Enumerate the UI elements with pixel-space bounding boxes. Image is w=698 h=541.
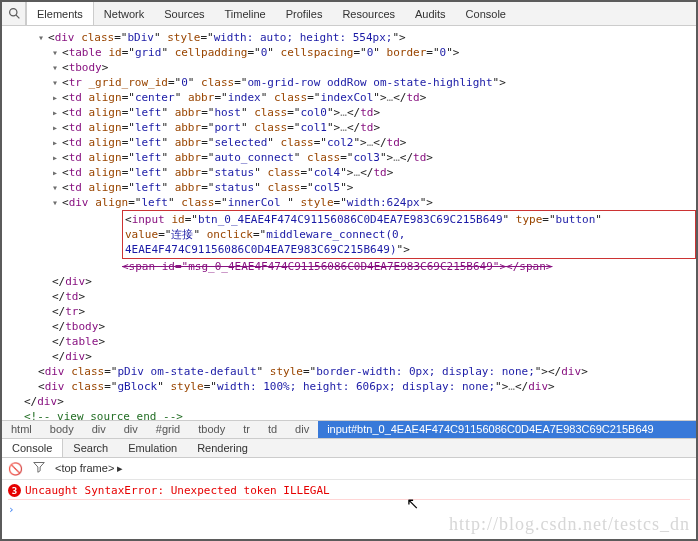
expand-toggle[interactable]	[52, 135, 62, 150]
dom-node[interactable]: <td align="center" abbr="index" class="i…	[62, 91, 426, 104]
expand-toggle[interactable]	[52, 180, 62, 195]
expand-toggle[interactable]	[52, 195, 62, 210]
selected-node-highlight[interactable]: <input id="btn_0_4EAE4F474C91156086C0D4E…	[122, 210, 696, 259]
console-input[interactable]	[19, 502, 690, 517]
crumb-div[interactable]: div	[115, 421, 147, 438]
crumb-tbody[interactable]: tbody	[189, 421, 234, 438]
dom-comment[interactable]: <!-- view source end -->	[24, 410, 183, 420]
console-drawer-tabs: Console Search Emulation Rendering	[2, 438, 696, 458]
elements-tree[interactable]: <div class="bDiv" style="width: auto; he…	[2, 26, 696, 420]
crumb-div[interactable]: div	[83, 421, 115, 438]
breadcrumb: html body div div #grid tbody tr td div …	[2, 420, 696, 438]
expand-toggle[interactable]	[52, 45, 62, 60]
drawer-tab-emulation[interactable]: Emulation	[118, 439, 187, 457]
expand-toggle[interactable]	[52, 150, 62, 165]
dom-node[interactable]: <td align="left" abbr="auto_connect" cla…	[62, 151, 433, 164]
tab-sources[interactable]: Sources	[154, 2, 214, 25]
dom-node[interactable]: <td align="left" abbr="status" class="co…	[62, 166, 393, 179]
dom-node[interactable]: </div>	[52, 275, 92, 288]
dom-node[interactable]: </tr>	[52, 305, 85, 318]
tab-audits[interactable]: Audits	[405, 2, 456, 25]
error-count-badge: 3	[8, 484, 21, 497]
expand-toggle[interactable]	[52, 105, 62, 120]
expand-toggle[interactable]	[52, 60, 62, 75]
dom-node[interactable]: </div>	[24, 395, 64, 408]
tab-resources[interactable]: Resources	[332, 2, 405, 25]
dom-node[interactable]: <div class="pDiv om-state-default" style…	[38, 365, 588, 378]
dom-node[interactable]: <input id="btn_0_4EAE4F474C91156086C0D4E…	[125, 213, 602, 226]
devtools-toolbar: Elements Network Sources Timeline Profil…	[2, 2, 696, 26]
tab-console[interactable]: Console	[456, 2, 516, 25]
dom-node[interactable]: </div>	[52, 350, 92, 363]
dom-node[interactable]: </td>	[52, 290, 85, 303]
chevron-right-icon: ›	[8, 503, 15, 516]
tab-timeline[interactable]: Timeline	[215, 2, 276, 25]
expand-toggle[interactable]	[52, 75, 62, 90]
expand-toggle[interactable]	[38, 30, 48, 45]
tab-network[interactable]: Network	[94, 2, 154, 25]
dom-node[interactable]: <div align="left" class="innerCol " styl…	[62, 196, 433, 209]
tab-elements[interactable]: Elements	[26, 2, 94, 25]
dom-node[interactable]: <div class="gBlock" style="width: 100%; …	[38, 380, 555, 393]
expand-toggle[interactable]	[52, 120, 62, 135]
dom-node[interactable]: value="连接" onclick="middleware_connect(0…	[125, 228, 405, 241]
crumb-grid[interactable]: #grid	[147, 421, 189, 438]
crumb-body[interactable]: body	[41, 421, 83, 438]
dom-node[interactable]: <table id="grid" cellpadding="0" cellspa…	[62, 46, 459, 59]
dom-node[interactable]: <tr _grid_row_id="0" class="om-grid-row …	[62, 76, 506, 89]
search-icon[interactable]	[4, 2, 26, 25]
dom-node[interactable]: </table>	[52, 335, 105, 348]
drawer-tab-search[interactable]: Search	[63, 439, 118, 457]
svg-point-0	[10, 9, 17, 16]
dom-node[interactable]: <td align="left" abbr="selected" class="…	[62, 136, 406, 149]
dom-node[interactable]: 4EAE4F474C91156086C0D4EA7E983C69C215B649…	[125, 243, 410, 256]
dom-node[interactable]: <td align="left" abbr="port" class="col1…	[62, 121, 380, 134]
console-toolbar: 🚫 <top frame> ▸	[2, 458, 696, 480]
console-error[interactable]: 3 Uncaught SyntaxError: Unexpected token…	[8, 482, 690, 500]
crumb-tr[interactable]: tr	[234, 421, 259, 438]
tab-profiles[interactable]: Profiles	[276, 2, 333, 25]
drawer-tab-console[interactable]: Console	[2, 439, 63, 457]
dom-node[interactable]: <td align="left" abbr="host" class="col0…	[62, 106, 380, 119]
expand-toggle[interactable]	[52, 165, 62, 180]
dom-node[interactable]: <td align="left" abbr="status" class="co…	[62, 181, 354, 194]
crumb-html[interactable]: html	[2, 421, 41, 438]
dom-node[interactable]: <div class="bDiv" style="width: auto; he…	[48, 31, 406, 44]
error-message: Uncaught SyntaxError: Unexpected token I…	[25, 484, 330, 497]
dom-node[interactable]: </tbody>	[52, 320, 105, 333]
drawer-tab-rendering[interactable]: Rendering	[187, 439, 258, 457]
crumb-div[interactable]: div	[286, 421, 318, 438]
crumb-td[interactable]: td	[259, 421, 286, 438]
svg-line-1	[16, 15, 19, 18]
console-prompt[interactable]: ›	[8, 500, 690, 519]
expand-toggle[interactable]	[52, 90, 62, 105]
dom-node[interactable]: <span id="msg_0_4EAE4F474C91156086C0D4EA…	[122, 260, 552, 273]
clear-console-icon[interactable]: 🚫	[8, 462, 23, 476]
dom-node[interactable]: <tbody>	[62, 61, 108, 74]
frame-selector[interactable]: <top frame> ▸	[55, 462, 123, 475]
crumb-selected[interactable]: input#btn_0_4EAE4F474C91156086C0D4EA7E98…	[318, 421, 696, 438]
console-output: 3 Uncaught SyntaxError: Unexpected token…	[2, 480, 696, 521]
filter-icon[interactable]	[33, 461, 45, 476]
